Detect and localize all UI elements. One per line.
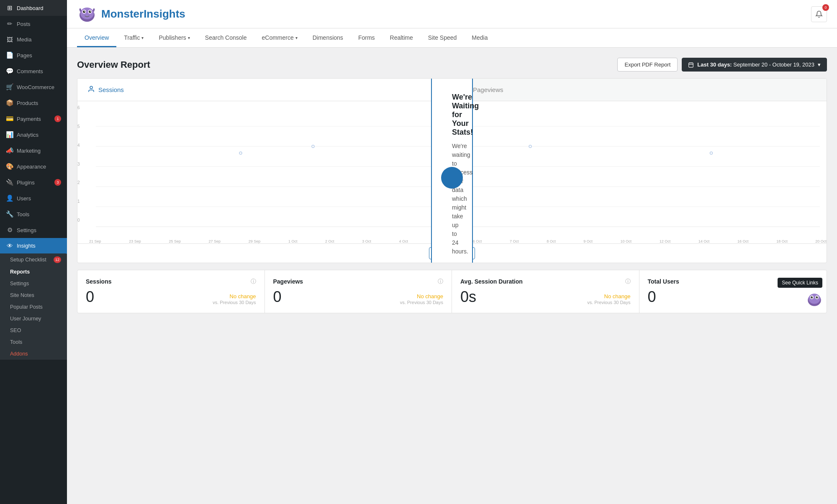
chart-tab-sessions[interactable]: Sessions <box>77 79 452 101</box>
content-area: Overview Report Export PDF Report Last 3… <box>67 48 837 504</box>
svg-rect-10 <box>79 8 82 12</box>
stat-header-sessions: Sessions ⓘ <box>86 278 256 285</box>
analytics-icon: 📊 <box>6 131 13 138</box>
sidebar-submenu-reports[interactable]: Reports <box>0 266 67 278</box>
stat-card-total-users: Total Users ⓘ 0 See Quick Links <box>639 270 827 313</box>
date-range-button[interactable]: Last 30 days: September 20 - October 19,… <box>682 58 827 72</box>
svg-point-34 <box>812 297 813 297</box>
overview-header: Overview Report Export PDF Report Last 3… <box>77 58 827 72</box>
header-right: 0 <box>811 6 827 22</box>
stat-card-sessions: Sessions ⓘ 0 No change vs. Previous 30 D… <box>77 270 265 313</box>
tab-traffic[interactable]: Traffic ▾ <box>116 28 151 47</box>
tab-publishers[interactable]: Publishers ▾ <box>151 28 197 47</box>
tab-overview[interactable]: Overview <box>77 28 116 47</box>
insights-submenu: Setup Checklist 12 Reports Settings Site… <box>0 253 67 360</box>
sidebar-item-woocommerce[interactable]: 🛒 WooCommerce <box>0 79 67 95</box>
tab-forms[interactable]: Forms <box>351 28 383 47</box>
sidebar-item-dashboard[interactable]: ⊞ Dashboard <box>0 0 67 16</box>
pageviews-info-icon[interactable]: ⓘ <box>438 278 443 285</box>
sidebar-item-payments[interactable]: 💳 Payments 1 <box>0 111 67 127</box>
avg-session-info-icon[interactable]: ⓘ <box>625 278 631 285</box>
sidebar-item-marketing[interactable]: 📣 Marketing <box>0 143 67 159</box>
tab-ecommerce[interactable]: eCommerce ▾ <box>254 28 305 47</box>
brand-name: MonsterInsights <box>101 8 185 20</box>
notification-badge: 0 <box>822 4 829 11</box>
quick-links-tooltip: See Quick Links <box>778 278 822 288</box>
sidebar-item-comments[interactable]: 💬 Comments <box>0 63 67 79</box>
stat-card-pageviews: Pageviews ⓘ 0 No change vs. Previous 30 … <box>265 270 452 313</box>
svg-point-6 <box>84 11 85 12</box>
top-header: MonsterInsights 0 <box>67 0 837 28</box>
export-pdf-button[interactable]: Export PDF Report <box>617 58 678 72</box>
chart-tab-pageviews[interactable]: Pageviews <box>452 79 827 101</box>
svg-point-27 <box>710 152 713 154</box>
svg-point-35 <box>817 297 818 297</box>
sidebar-item-appearance[interactable]: 🎨 Appearance <box>0 159 67 174</box>
sidebar-item-posts[interactable]: ✏ Posts <box>0 16 67 32</box>
sidebar-item-users[interactable]: 👤 Users <box>0 190 67 206</box>
svg-point-16 <box>90 86 92 89</box>
tab-realtime[interactable]: Realtime <box>383 28 421 47</box>
media-icon: 🖼 <box>6 36 13 43</box>
waiting-icon <box>441 167 463 189</box>
sidebar-submenu-seo[interactable]: SEO <box>0 325 67 336</box>
sidebar-submenu-setup-checklist[interactable]: Setup Checklist 12 <box>0 253 67 266</box>
waiting-container: We're Waiting for Your Stats! We're wait… <box>441 167 463 178</box>
sidebar-submenu-site-notes[interactable]: Site Notes <box>0 289 67 301</box>
plugins-badge: 3 <box>54 179 61 186</box>
sessions-tab-icon <box>87 85 95 94</box>
sidebar-item-products[interactable]: 📦 Products <box>0 95 67 111</box>
svg-point-26 <box>529 145 531 148</box>
svg-point-29 <box>809 294 820 304</box>
sidebar-item-analytics[interactable]: 📊 Analytics <box>0 127 67 143</box>
tab-dimensions[interactable]: Dimensions <box>305 28 351 47</box>
sidebar-item-tools[interactable]: 🔧 Tools <box>0 206 67 222</box>
sidebar: ⊞ Dashboard ✏ Posts 🖼 Media 📄 Pages 💬 Co… <box>0 0 67 504</box>
sidebar-item-pages[interactable]: 📄 Pages <box>0 47 67 63</box>
sessions-stat-change: No change vs. Previous 30 Days <box>213 293 256 305</box>
setup-checklist-badge: 12 <box>54 256 61 263</box>
date-range-label: Last 30 days: September 20 - October 19,… <box>697 61 814 68</box>
payments-badge: 1 <box>54 115 61 122</box>
tab-search-console[interactable]: Search Console <box>198 28 254 47</box>
sidebar-submenu-addons[interactable]: Addons <box>0 348 67 360</box>
total-users-stat-label: Total Users <box>648 278 679 285</box>
pageviews-stat-label: Pageviews <box>273 278 303 285</box>
publishers-chevron-icon: ▾ <box>188 36 190 40</box>
sidebar-submenu-tools[interactable]: Tools <box>0 336 67 348</box>
stat-card-avg-session: Avg. Session Duration ⓘ 0s No change vs.… <box>452 270 639 313</box>
avg-session-stat-label: Avg. Session Duration <box>460 278 523 285</box>
plugins-icon: 🔌 <box>6 179 13 186</box>
chart-card: Sessions Pageviews 0 1 <box>77 78 827 263</box>
sidebar-submenu-settings[interactable]: Settings <box>0 278 67 289</box>
svg-point-7 <box>90 11 91 12</box>
sidebar-item-insights[interactable]: 👁 Insights <box>0 238 67 253</box>
sidebar-item-plugins[interactable]: 🔌 Plugins 3 <box>0 174 67 190</box>
date-range-chevron-icon: ▾ <box>818 61 821 68</box>
tab-site-speed[interactable]: Site Speed <box>421 28 465 47</box>
page-title: Overview Report <box>77 59 150 70</box>
ecommerce-chevron-icon: ▾ <box>295 36 298 40</box>
dashboard-icon: ⊞ <box>6 4 13 12</box>
sessions-stat-label: Sessions <box>86 278 111 285</box>
notification-button[interactable]: 0 <box>811 6 827 22</box>
posts-icon: ✏ <box>6 20 13 28</box>
total-users-stat-value: 0 <box>648 288 656 305</box>
sidebar-submenu-user-journey[interactable]: User Journey <box>0 313 67 325</box>
sessions-info-icon[interactable]: ⓘ <box>251 278 256 285</box>
stats-row: Sessions ⓘ 0 No change vs. Previous 30 D… <box>77 270 827 313</box>
svg-point-5 <box>89 10 91 13</box>
notification-icon <box>815 10 823 18</box>
marketing-icon: 📣 <box>6 147 13 154</box>
tab-media[interactable]: Media <box>464 28 495 47</box>
traffic-chevron-icon: ▾ <box>141 36 144 40</box>
sidebar-item-media[interactable]: 🖼 Media <box>0 32 67 47</box>
pages-icon: 📄 <box>6 51 13 59</box>
payments-icon: 💳 <box>6 115 13 123</box>
comments-icon: 💬 <box>6 67 13 75</box>
woocommerce-icon: 🛒 <box>6 83 13 91</box>
monster-avatar-small[interactable] <box>806 291 823 310</box>
sidebar-submenu-popular-posts[interactable]: Popular Posts <box>0 301 67 313</box>
sidebar-item-settings[interactable]: ⚙ Settings <box>0 222 67 238</box>
users-icon: 👤 <box>6 194 13 202</box>
